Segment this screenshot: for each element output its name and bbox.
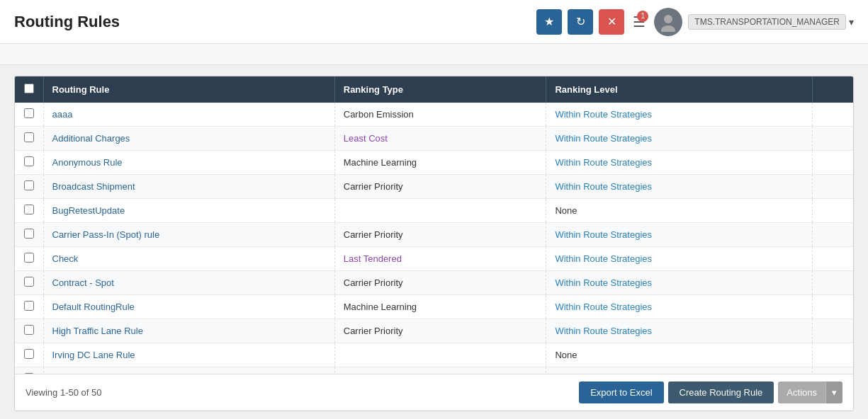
- row-checkbox-cell: [15, 151, 43, 175]
- extra-cell: [813, 247, 853, 271]
- col-routing-rule: Routing Rule: [43, 76, 334, 103]
- star-button[interactable]: ★: [536, 9, 562, 35]
- ranking-type-cell: [334, 343, 546, 367]
- ranking-level-cell: Within Route Strategies: [546, 223, 813, 247]
- ranking-type-cell: [334, 199, 546, 223]
- extra-cell: [813, 223, 853, 247]
- col-extra: [813, 76, 853, 103]
- extra-cell: [813, 175, 853, 199]
- row-checkbox[interactable]: [24, 205, 34, 214]
- refresh-icon: ↻: [576, 15, 585, 28]
- viewing-count: Viewing 1-50 of 50: [26, 387, 101, 398]
- routing-rule-link[interactable]: Anonymous Rule: [52, 157, 123, 168]
- routing-rule-link[interactable]: Carrier Pass-In (Spot) rule: [52, 229, 160, 240]
- user-dropdown[interactable]: TMS.TRANSPORTATION_MANAGER ▾: [688, 14, 854, 30]
- routing-rule-cell: Default RoutingRule: [43, 295, 334, 319]
- routing-rule-link[interactable]: Irving DC Lane Rule: [52, 350, 135, 360]
- avatar-icon: [658, 12, 678, 32]
- table-row: Least CostLeast CostWithin Route Strateg…: [15, 367, 853, 374]
- row-checkbox[interactable]: [24, 132, 34, 142]
- ranking-type-cell: Carrier Priority: [334, 223, 546, 247]
- routing-rule-cell: Irving DC Lane Rule: [43, 343, 334, 367]
- ranking-level-cell: Within Route Strategies: [546, 127, 813, 151]
- extra-cell: [813, 127, 853, 151]
- row-checkbox-cell: [15, 295, 43, 319]
- ranking-type-cell: Least Cost: [334, 367, 546, 374]
- routing-rule-cell: High Traffic Lane Rule: [43, 319, 334, 343]
- routing-rule-link[interactable]: Additional Charges: [52, 133, 130, 144]
- star-icon: ★: [544, 15, 554, 28]
- table-row: Irving DC Lane RuleNone: [15, 343, 853, 367]
- row-checkbox[interactable]: [24, 349, 34, 359]
- ranking-level-cell: Within Route Strategies: [546, 367, 813, 374]
- row-checkbox[interactable]: [24, 180, 34, 190]
- table-row: Carrier Pass-In (Spot) ruleCarrier Prior…: [15, 223, 853, 247]
- actions-main-button[interactable]: Actions: [778, 381, 825, 403]
- routing-rule-cell: Contract - Spot: [43, 271, 334, 295]
- refresh-button[interactable]: ↻: [568, 9, 593, 35]
- row-checkbox-cell: [15, 103, 43, 127]
- row-checkbox[interactable]: [24, 156, 34, 166]
- ranking-level-cell: Within Route Strategies: [546, 247, 813, 271]
- select-all-checkbox[interactable]: [24, 84, 34, 93]
- routing-rule-link[interactable]: BugRetestUpdate: [52, 205, 125, 216]
- header-controls: ★ ↻ ✕ ☰ 1 TMS.TRANSPORTATION_MANAGER ▾: [536, 8, 854, 36]
- row-checkbox[interactable]: [24, 277, 34, 287]
- extra-cell: [813, 295, 853, 319]
- notification-badge: 1: [637, 11, 648, 22]
- table-scroll-area: Routing Rule Ranking Type Ranking Level …: [15, 76, 853, 374]
- table-row: aaaaCarbon EmissionWithin Route Strategi…: [15, 103, 853, 127]
- routing-rule-cell: Anonymous Rule: [43, 151, 334, 175]
- table-footer: Viewing 1-50 of 50 Export to Excel Creat…: [15, 374, 853, 411]
- row-checkbox-cell: [15, 223, 43, 247]
- row-checkbox-cell: [15, 343, 43, 367]
- row-checkbox-cell: [15, 247, 43, 271]
- row-checkbox[interactable]: [24, 373, 34, 374]
- routing-rule-link[interactable]: Default RoutingRule: [52, 302, 135, 312]
- row-checkbox[interactable]: [24, 301, 34, 311]
- routing-rule-link[interactable]: Check: [52, 253, 79, 264]
- create-routing-rule-button[interactable]: Create Routing Rule: [668, 381, 774, 403]
- main-content: Routing Rule Ranking Type Ranking Level …: [0, 65, 868, 419]
- row-checkbox[interactable]: [24, 229, 34, 239]
- ranking-level-cell: Within Route Strategies: [546, 103, 813, 127]
- extra-cell: [813, 151, 853, 175]
- ranking-level-cell: Within Route Strategies: [546, 271, 813, 295]
- close-icon: ✕: [607, 15, 616, 28]
- col-ranking-level: Ranking Level: [546, 76, 813, 103]
- routing-rule-cell: BugRetestUpdate: [43, 199, 334, 223]
- row-checkbox[interactable]: [24, 253, 34, 263]
- routing-rule-link[interactable]: High Traffic Lane Rule: [52, 326, 143, 336]
- export-to-excel-button[interactable]: Export to Excel: [579, 381, 663, 403]
- ranking-level-cell: None: [546, 199, 813, 223]
- row-checkbox[interactable]: [24, 325, 34, 335]
- table-row: Broadcast ShipmentCarrier PriorityWithin…: [15, 175, 853, 199]
- ranking-level-cell: Within Route Strategies: [546, 151, 813, 175]
- routing-rule-cell: Least Cost: [43, 367, 334, 374]
- notification-button[interactable]: ☰ 1: [630, 11, 648, 33]
- row-checkbox-cell: [15, 175, 43, 199]
- actions-dropdown-button[interactable]: ▾: [825, 381, 842, 403]
- routing-rule-cell: Carrier Pass-In (Spot) rule: [43, 223, 334, 247]
- routing-rule-cell: Check: [43, 247, 334, 271]
- header-checkbox-col: [15, 76, 43, 103]
- ranking-type-cell: Machine Learning: [334, 151, 546, 175]
- actions-button-group: Actions ▾: [778, 381, 842, 403]
- row-checkbox-cell: [15, 127, 43, 151]
- routing-rule-link[interactable]: Contract - Spot: [52, 277, 114, 288]
- row-checkbox-cell: [15, 199, 43, 223]
- routing-rules-table: Routing Rule Ranking Type Ranking Level …: [15, 76, 853, 374]
- routing-rule-link[interactable]: aaaa: [52, 109, 73, 120]
- row-checkbox-cell: [15, 319, 43, 343]
- routing-rule-link[interactable]: Broadcast Shipment: [52, 181, 135, 192]
- ranking-type-cell: Carrier Priority: [334, 271, 546, 295]
- page-title: Routing Rules: [14, 13, 120, 31]
- routing-rule-cell: Additional Charges: [43, 127, 334, 151]
- svg-point-1: [661, 25, 675, 32]
- sub-header: [0, 44, 868, 65]
- row-checkbox-cell: [15, 271, 43, 295]
- ranking-level-cell: Within Route Strategies: [546, 319, 813, 343]
- close-button[interactable]: ✕: [599, 9, 624, 35]
- extra-cell: [813, 343, 853, 367]
- row-checkbox[interactable]: [24, 108, 34, 118]
